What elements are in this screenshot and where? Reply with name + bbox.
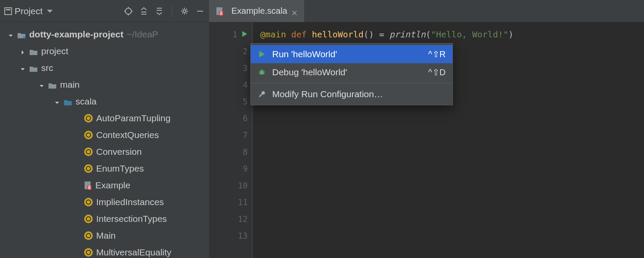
menu-debug[interactable]: Debug 'helloWorld' ^⇧D (251, 63, 453, 81)
line-number: 9 (237, 164, 248, 173)
folder-icon (29, 64, 38, 71)
tree-folder-project[interactable]: project (0, 43, 209, 59)
line-number: 8 (237, 147, 248, 157)
tree-file[interactable]: ContextQueries (0, 126, 209, 143)
folder-icon (48, 81, 57, 88)
tree-file-label: ContextQueries (96, 130, 159, 140)
tree-file[interactable]: MultiversalEquality (0, 244, 209, 258)
tab-example[interactable]: Example.scala (209, 0, 305, 22)
gutter: 1 2 3 4 5 6 7 8 9 10 11 12 13 (209, 22, 252, 258)
scala-class-icon (84, 198, 93, 206)
wrench-icon (258, 90, 266, 98)
tree-label: project (41, 46, 68, 56)
editor-area: Example.scala 1 2 3 4 5 6 7 8 9 10 11 12… (209, 0, 644, 258)
tree-file-label: EnumTypes (96, 163, 144, 174)
scala-class-icon (84, 131, 93, 139)
tree-folder-src[interactable]: src (0, 59, 209, 76)
line-number: 2 (237, 46, 248, 56)
scala-class-icon (84, 215, 93, 223)
tab-label: Example.scala (231, 6, 287, 16)
tree-file[interactable]: ImpliedInstances (0, 194, 209, 210)
folder-icon (29, 48, 38, 55)
gear-icon[interactable] (180, 6, 189, 16)
tree-file[interactable]: IntersectionTypes (0, 210, 209, 227)
tree-file-label: Conversion (96, 147, 142, 157)
line-number: 7 (237, 130, 248, 140)
line-number: 6 (237, 114, 248, 123)
source-folder-icon (64, 98, 72, 105)
chevron-down-icon (8, 31, 15, 38)
collapse-all-icon[interactable] (155, 6, 164, 16)
tree-file-label: Main (96, 230, 116, 241)
line-number: 11 (237, 197, 248, 207)
tree-root-label: dotty-example-project (29, 29, 123, 40)
tree-root[interactable]: dotty-example-project ~/IdeaP (0, 26, 209, 43)
tree-file-label: MultiversalEquality (96, 247, 171, 258)
project-sidebar: Project (0, 0, 209, 258)
expand-all-icon[interactable] (139, 6, 149, 16)
line-number: 5 (237, 97, 248, 106)
line-number: 12 (237, 214, 248, 224)
tree-folder-main[interactable]: main (0, 76, 209, 93)
tree-file-label: Example (95, 180, 131, 190)
scala-class-icon (84, 164, 93, 173)
bug-icon (258, 68, 266, 77)
tree-label: src (41, 63, 53, 73)
target-icon[interactable] (124, 6, 133, 16)
tree-file-label: IntersectionTypes (96, 214, 167, 224)
context-menu: Run 'helloWorld' ^⇧R Debug 'helloWorld' … (250, 43, 453, 105)
run-gutter-icon[interactable] (242, 29, 248, 40)
menu-modify-label: Modify Run Configuration… (272, 89, 446, 99)
project-toolbar: Project (0, 0, 209, 22)
menu-debug-shortcut: ^⇧D (428, 67, 446, 77)
menu-run[interactable]: Run 'helloWorld' ^⇧R (251, 45, 453, 63)
menu-debug-label: Debug 'helloWorld' (272, 67, 422, 77)
project-window-icon (4, 7, 12, 15)
scala-class-icon (84, 114, 93, 123)
close-icon[interactable] (292, 8, 298, 14)
tree-file[interactable]: EnumTypes (0, 160, 209, 177)
line-number: 3 (237, 63, 248, 73)
minimize-icon[interactable] (195, 6, 205, 16)
tree-file-example[interactable]: Example (0, 177, 209, 194)
chevron-down-icon (20, 64, 27, 71)
scala-class-icon (84, 248, 93, 257)
play-icon (258, 50, 266, 58)
tree-label: main (60, 80, 80, 90)
dropdown-icon[interactable] (45, 6, 55, 16)
chevron-down-icon (54, 98, 61, 105)
line-number: 10 (237, 181, 248, 190)
chevron-right-icon (20, 48, 27, 55)
tree-file[interactable]: AutoParamTupling (0, 110, 209, 126)
menu-separator (251, 83, 453, 83)
tree-label: scala (76, 96, 97, 107)
menu-modify[interactable]: Modify Run Configuration… (251, 85, 453, 103)
tree-folder-scala[interactable]: scala (0, 93, 209, 110)
tab-bar: Example.scala (209, 0, 644, 22)
svg-point-12 (260, 71, 264, 75)
tree-file-label: AutoParamTupling (96, 113, 170, 123)
scala-class-icon (84, 231, 93, 240)
line-number: 1 (227, 30, 237, 39)
scala-file-icon (84, 181, 92, 190)
module-folder-icon (17, 31, 26, 38)
svg-point-5 (183, 10, 186, 12)
scala-file-icon (216, 7, 224, 15)
project-label[interactable]: Project (15, 6, 43, 16)
menu-run-label: Run 'helloWorld' (272, 49, 422, 59)
svg-rect-7 (23, 36, 25, 38)
line-number: 13 (237, 231, 248, 240)
toolbar-divider (172, 5, 172, 17)
code-line-1: @main def helloWorld() = println("Hello,… (260, 26, 644, 43)
chevron-down-icon (39, 81, 46, 88)
line-number: 4 (237, 80, 248, 89)
tree-file[interactable]: Conversion (0, 143, 209, 160)
tree-file[interactable]: Main (0, 227, 209, 244)
scala-class-icon (84, 147, 93, 156)
tree-file-label: ImpliedInstances (96, 197, 164, 207)
project-tree: dotty-example-project ~/IdeaP project sr… (0, 22, 209, 258)
tree-root-hint: ~/IdeaP (127, 29, 158, 40)
menu-run-shortcut: ^⇧R (428, 49, 446, 59)
svg-point-0 (125, 8, 131, 14)
